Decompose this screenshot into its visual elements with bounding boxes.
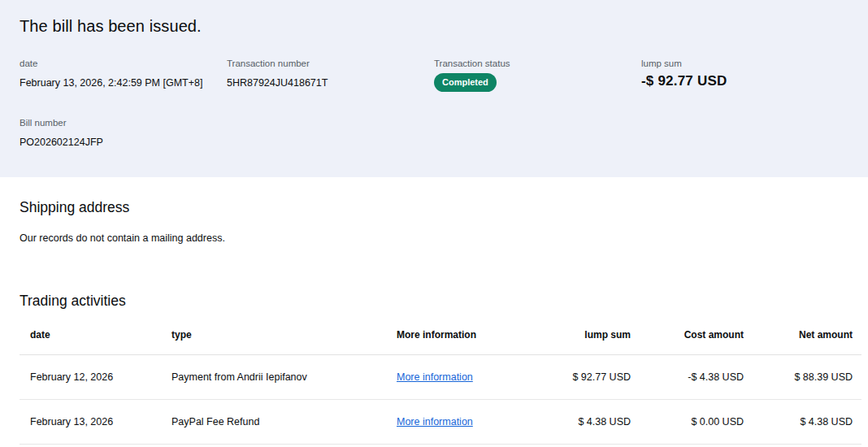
field-lump-sum: lump sum -$ 92.77 USD: [641, 59, 848, 92]
table-row: February 12, 2026 Payment from Andrii Ie…: [20, 355, 861, 400]
column-header-cost-amount: Cost amount: [641, 321, 754, 355]
transaction-number-value: 5HR87924JU418671T: [227, 77, 434, 89]
row-type: PayPal Fee Refund: [161, 400, 386, 445]
column-header-date: date: [20, 321, 161, 355]
lump-sum-value: -$ 92.77 USD: [641, 76, 848, 87]
more-information-link[interactable]: More information: [397, 416, 473, 427]
field-date: date February 13, 2026, 2:42:59 PM [GMT+…: [20, 59, 227, 92]
row-lump-sum: $ 92.77 USD: [519, 355, 641, 400]
column-header-lump-sum: lump sum: [519, 321, 641, 355]
column-header-type: type: [161, 321, 386, 355]
shipping-address-body: Our records do not contain a mailing add…: [20, 232, 848, 244]
row-net-amount: $ 4.38 USD: [754, 400, 861, 445]
date-value: February 13, 2026, 2:42:59 PM [GMT+8]: [20, 77, 227, 89]
lump-sum-label: lump sum: [641, 59, 848, 68]
row-lump-sum: $ 4.38 USD: [519, 400, 641, 445]
shipping-address-heading: Shipping address: [20, 199, 848, 216]
bill-summary-panel: The bill has been issued. date February …: [0, 0, 868, 177]
column-header-net-amount: Net amount: [754, 321, 861, 355]
transaction-status-label: Transaction status: [434, 59, 641, 68]
trading-activities-table: date type More information lump sum Cost…: [20, 321, 861, 445]
field-transaction-number: Transaction number 5HR87924JU418671T: [227, 59, 434, 92]
row-type: Payment from Andrii Iepifanov: [161, 355, 386, 400]
row-date: February 12, 2026: [20, 355, 161, 400]
bill-number-value: PO202602124JFP: [20, 137, 227, 148]
bill-summary-fields: date February 13, 2026, 2:42:59 PM [GMT+…: [20, 59, 848, 148]
shipping-address-section: Shipping address Our records do not cont…: [0, 199, 868, 244]
column-header-more-information: More information: [386, 321, 519, 355]
field-bill-number: Bill number PO202602124JFP: [20, 118, 227, 148]
table-row: February 13, 2026 PayPal Fee Refund More…: [20, 400, 861, 445]
row-cost-amount: -$ 4.38 USD: [641, 355, 754, 400]
table-header-row: date type More information lump sum Cost…: [20, 321, 861, 355]
more-information-link[interactable]: More information: [397, 371, 473, 383]
page-title: The bill has been issued.: [20, 17, 848, 36]
date-label: date: [20, 59, 227, 68]
trading-activities-section: Trading activities: [0, 293, 868, 310]
bill-number-label: Bill number: [20, 118, 227, 128]
row-cost-amount: $ 0.00 USD: [641, 400, 754, 445]
row-net-amount: $ 88.39 USD: [754, 355, 861, 400]
row-date: February 13, 2026: [20, 400, 161, 445]
field-transaction-status: Transaction status Completed: [434, 59, 641, 92]
trading-activities-heading: Trading activities: [20, 293, 848, 310]
transaction-number-label: Transaction number: [227, 59, 434, 68]
status-badge: Completed: [434, 73, 497, 92]
